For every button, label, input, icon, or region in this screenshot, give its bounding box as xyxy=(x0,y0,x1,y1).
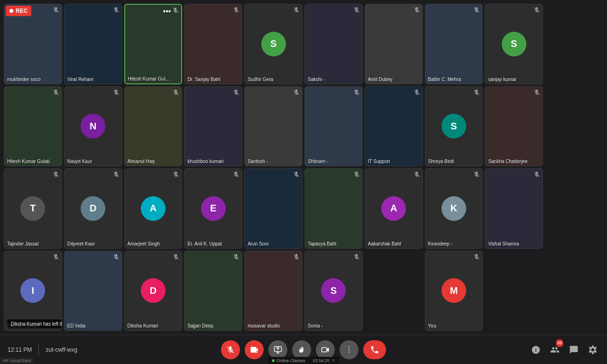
mute-status-icon xyxy=(473,7,480,13)
meeting-id: zut-cwff-wxg xyxy=(46,346,77,353)
video-tile[interactable]: Hitesh Kumar Gul...••• xyxy=(124,4,183,84)
video-tile[interactable]: SSudhir Gera xyxy=(244,4,303,84)
participant-avatar: E xyxy=(201,196,226,221)
rec-dot xyxy=(9,9,13,13)
end-call-icon xyxy=(370,345,379,355)
video-tile[interactable]: Santosh - xyxy=(244,86,303,167)
mute-status-icon xyxy=(414,7,420,13)
mute-status-icon xyxy=(113,89,120,96)
mute-status-icon xyxy=(473,171,480,178)
participant-avatar: D xyxy=(141,278,166,303)
video-tile[interactable]: ED India xyxy=(64,251,122,331)
reactions-button[interactable] xyxy=(292,340,311,359)
participant-name: musavar studio xyxy=(248,323,280,328)
mute-status-icon xyxy=(414,89,420,96)
mute-status-icon xyxy=(353,254,360,260)
mute-status-icon xyxy=(233,7,239,13)
mute-button[interactable] xyxy=(221,340,240,359)
video-tile[interactable] xyxy=(545,4,603,84)
video-tile[interactable]: TTajinder Jassal xyxy=(4,168,62,249)
mute-status-icon xyxy=(53,7,59,13)
share-icon xyxy=(274,346,282,354)
video-tile[interactable]: khushboo kumari xyxy=(184,86,242,167)
video-tile[interactable]: Ahsanul Haq xyxy=(124,86,183,167)
participant-name: Aakarshak Bahl xyxy=(368,241,401,246)
mute-status-icon xyxy=(293,171,300,178)
video-tile[interactable]: DDilpreet Kaur xyxy=(64,168,122,249)
participant-avatar: A xyxy=(141,196,166,221)
tile-more-options[interactable]: ••• xyxy=(163,7,171,16)
video-tile[interactable]: AAmarjeet Singh xyxy=(124,168,183,249)
video-tile[interactable]: KKirandeep - xyxy=(425,168,483,249)
participant-name: Shbnam - xyxy=(308,159,328,164)
video-tile[interactable]: Sajjan Deep xyxy=(184,251,242,331)
video-tile[interactable] xyxy=(545,168,603,249)
chat-button[interactable] xyxy=(567,343,580,356)
record-button[interactable] xyxy=(316,340,335,359)
share-screen-button[interactable] xyxy=(268,340,287,359)
video-tile[interactable]: Virat Rehani xyxy=(64,4,122,84)
video-tile[interactable]: Balbir C. Mehra xyxy=(425,4,483,84)
video-tile[interactable]: Tapasya Bahl xyxy=(304,168,363,249)
mute-status-icon xyxy=(473,254,480,260)
participant-name: Tajinder Jassal xyxy=(7,241,38,246)
video-tile[interactable]: IT Support xyxy=(365,86,423,167)
mute-status-icon xyxy=(533,7,540,13)
online-classes-label: Online Classes xyxy=(276,358,305,363)
toolbar: 12:11 PM zut-cwff-wxg xyxy=(0,335,607,364)
participant-name: Dr. Sanjay Bahl xyxy=(187,77,220,82)
video-tile[interactable] xyxy=(485,251,543,331)
info-button[interactable] xyxy=(529,343,543,356)
video-tile[interactable]: Arun Soni xyxy=(244,168,303,249)
video-tile[interactable]: MYou xyxy=(425,251,483,331)
participant-name: Amit Dubey xyxy=(368,77,393,82)
mute-status-icon xyxy=(233,254,239,260)
video-tile[interactable]: Dr. Sanjay Bahl xyxy=(184,4,242,84)
video-tile[interactable]: musavar studio xyxy=(244,251,303,331)
video-tile[interactable]: Hitesh Kumar Gulati xyxy=(4,86,62,167)
end-call-button[interactable] xyxy=(363,340,386,359)
video-tile[interactable]: Vishal Sharma xyxy=(485,168,543,249)
participant-name: You xyxy=(428,323,436,328)
online-classes-bar: Online Classes 02:54:25 ✕ xyxy=(268,357,339,364)
more-button[interactable]: ⋮ xyxy=(340,340,359,359)
participant-avatar: S xyxy=(321,278,346,303)
video-tile[interactable]: IDiksha KumariDiksha Kumari has left the… xyxy=(4,251,62,331)
settings-button[interactable] xyxy=(586,343,599,356)
video-tile[interactable]: DDiksha Kumari xyxy=(124,251,183,331)
mute-status-icon xyxy=(533,89,540,96)
settings-icon xyxy=(588,345,598,355)
participant-name: IT Support xyxy=(368,159,390,164)
participants-button[interactable]: 35 xyxy=(548,343,561,356)
video-tile[interactable]: Ssanjay kumar xyxy=(485,4,543,84)
video-tile[interactable]: Shbnam - xyxy=(304,86,363,167)
video-tile[interactable]: SShreya Bedi xyxy=(425,86,483,167)
participant-name: Santosh - xyxy=(248,159,268,164)
participant-name: Shreya Bedi xyxy=(428,159,454,164)
participant-name: Sudhir Gera xyxy=(248,77,273,82)
video-tile[interactable]: AAakarshak Bahl xyxy=(365,168,423,249)
video-tile[interactable]: Sankha Chatterjee xyxy=(485,86,543,167)
video-button[interactable] xyxy=(245,340,264,359)
mute-status-icon xyxy=(172,7,179,14)
video-tile[interactable] xyxy=(365,251,423,331)
more-dots: ⋮ xyxy=(345,345,353,354)
video-tile[interactable]: Amit Dubey xyxy=(365,4,423,84)
video-tile[interactable]: NNavjot Kaur xyxy=(64,86,122,167)
video-tile[interactable] xyxy=(545,86,603,167)
video-tile[interactable]: Sakshi - xyxy=(304,4,363,84)
participant-name: Hitesh Kumar Gulati xyxy=(7,159,49,164)
timer-close-button[interactable]: ✕ xyxy=(331,358,335,363)
video-grid: mukhinder socoVirat RehaniHitesh Kumar G… xyxy=(0,0,607,335)
rec-label: REC xyxy=(16,8,28,14)
leave-notification: Diksha Kumari has left the meeting xyxy=(7,319,62,328)
participant-name: Sajjan Deep xyxy=(187,323,213,328)
video-tile[interactable] xyxy=(545,251,603,331)
participant-name: Sankha Chatterjee xyxy=(488,159,527,164)
mute-status-icon xyxy=(353,171,360,178)
participant-name: Balbir C. Mehra xyxy=(428,77,461,82)
mute-status-icon xyxy=(533,171,540,178)
online-indicator xyxy=(272,359,275,362)
video-tile[interactable]: SSonia - xyxy=(304,251,363,331)
video-tile[interactable]: EEr. Anil K. Uppal xyxy=(184,168,242,249)
